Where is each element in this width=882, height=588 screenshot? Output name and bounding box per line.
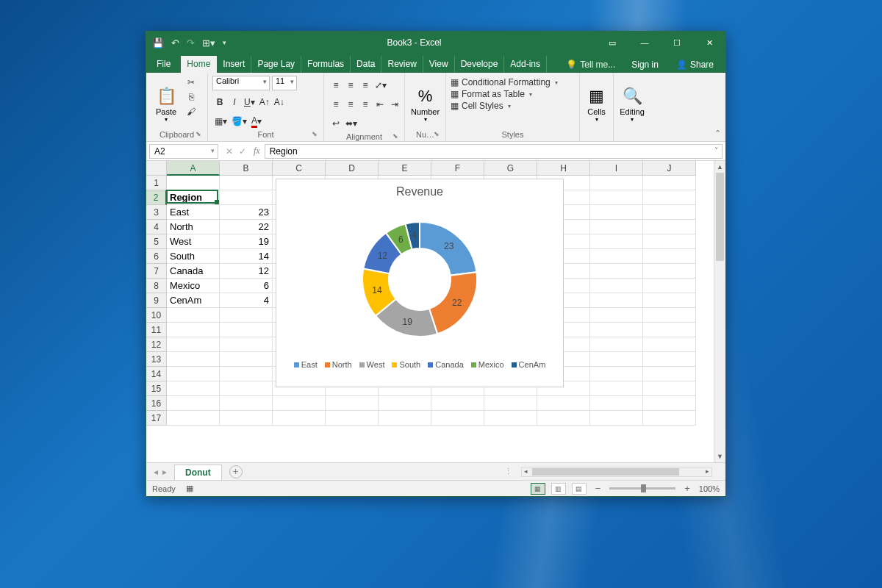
cell-I9[interactable] bbox=[590, 293, 643, 308]
cell-I4[interactable] bbox=[590, 220, 643, 234]
col-header-D[interactable]: D bbox=[326, 161, 379, 176]
cell-J15[interactable] bbox=[643, 381, 696, 396]
formula-input[interactable]: Region bbox=[265, 144, 723, 159]
tab-data[interactable]: Data bbox=[351, 56, 381, 73]
select-all-corner[interactable] bbox=[146, 161, 167, 176]
conditional-formatting-button[interactable]: ▦Conditional Formatting▾ bbox=[451, 77, 558, 87]
orientation-icon[interactable]: ⤢▾ bbox=[373, 78, 389, 93]
scroll-up-icon[interactable]: ▲ bbox=[714, 161, 725, 173]
view-page-break-icon[interactable]: ▤ bbox=[572, 483, 587, 495]
cell-I1[interactable] bbox=[590, 176, 643, 190]
cell-G16[interactable] bbox=[484, 396, 537, 411]
row-header-17[interactable]: 17 bbox=[146, 411, 167, 426]
cell-B3[interactable]: 23 bbox=[220, 205, 273, 220]
col-header-A[interactable]: A bbox=[167, 161, 220, 176]
cell-I14[interactable] bbox=[590, 367, 643, 381]
view-page-layout-icon[interactable]: ▥ bbox=[551, 483, 566, 495]
vertical-scrollbar[interactable]: ▲ ▼ bbox=[714, 161, 725, 462]
cell-B4[interactable]: 22 bbox=[220, 220, 273, 234]
redo-icon[interactable]: ↷ bbox=[187, 37, 195, 49]
copy-icon[interactable]: ⎘ bbox=[184, 90, 198, 104]
cell-J12[interactable] bbox=[643, 337, 696, 352]
align-left-icon[interactable]: ≡ bbox=[329, 97, 343, 112]
tab-view[interactable]: View bbox=[423, 56, 455, 73]
enter-formula-icon[interactable]: ✓ bbox=[239, 146, 246, 157]
borders-button[interactable]: ▦▾ bbox=[212, 114, 229, 129]
cell-A12[interactable] bbox=[167, 337, 220, 352]
cell-I10[interactable] bbox=[590, 308, 643, 323]
fx-icon[interactable]: fx bbox=[254, 146, 260, 157]
cell-A15[interactable] bbox=[167, 381, 220, 396]
cell-E16[interactable] bbox=[379, 396, 431, 411]
cell-A4[interactable]: North bbox=[167, 220, 220, 234]
row-header-7[interactable]: 7 bbox=[146, 264, 167, 279]
cell-I17[interactable] bbox=[590, 411, 643, 426]
alignment-dialog-icon[interactable]: ⬊ bbox=[392, 132, 398, 140]
col-header-H[interactable]: H bbox=[537, 161, 590, 176]
merge-center-icon[interactable]: ⬌▾ bbox=[343, 116, 359, 131]
row-header-4[interactable]: 4 bbox=[146, 220, 167, 234]
tab-review[interactable]: Review bbox=[381, 56, 423, 73]
ribbon-display-icon[interactable]: ▭ bbox=[596, 32, 628, 54]
cell-B8[interactable]: 6 bbox=[220, 279, 273, 293]
tab-scroll-resizer-icon[interactable]: ⋮ bbox=[504, 467, 512, 476]
row-header-15[interactable]: 15 bbox=[146, 381, 167, 396]
cell-I3[interactable] bbox=[590, 205, 643, 220]
row-header-10[interactable]: 10 bbox=[146, 308, 167, 323]
cell-G17[interactable] bbox=[484, 411, 537, 426]
tab-pagelay[interactable]: Page Lay bbox=[251, 56, 301, 73]
row-header-12[interactable]: 12 bbox=[146, 337, 167, 352]
horizontal-scrollbar[interactable]: ◂ ▸ bbox=[521, 467, 712, 477]
row-header-1[interactable]: 1 bbox=[146, 176, 167, 190]
cell-B9[interactable]: 4 bbox=[220, 293, 273, 308]
cell-A9[interactable]: CenAm bbox=[167, 293, 220, 308]
cell-B17[interactable] bbox=[220, 411, 273, 426]
number-format-button[interactable]: %Number▾ bbox=[410, 76, 441, 124]
cell-B2[interactable] bbox=[220, 190, 273, 205]
cell-I15[interactable] bbox=[590, 381, 643, 396]
hscroll-thumb[interactable] bbox=[532, 468, 679, 476]
macro-record-icon[interactable]: ▦ bbox=[186, 484, 193, 493]
cell-J11[interactable] bbox=[643, 323, 696, 337]
align-top-icon[interactable]: ≡ bbox=[329, 78, 343, 93]
cell-J4[interactable] bbox=[643, 220, 696, 234]
cell-B12[interactable] bbox=[220, 337, 273, 352]
cell-I8[interactable] bbox=[590, 279, 643, 293]
cut-icon[interactable]: ✂ bbox=[184, 76, 198, 89]
tab-home[interactable]: Home bbox=[181, 56, 217, 73]
cell-B16[interactable] bbox=[220, 396, 273, 411]
italic-button[interactable]: I bbox=[227, 95, 242, 110]
cell-J5[interactable] bbox=[643, 234, 696, 249]
cell-J8[interactable] bbox=[643, 279, 696, 293]
cells-button[interactable]: ▦Cells▾ bbox=[584, 76, 609, 124]
format-painter-icon[interactable]: 🖌 bbox=[184, 105, 198, 118]
decrease-font-icon[interactable]: A↓ bbox=[272, 95, 287, 110]
cell-J1[interactable] bbox=[643, 176, 696, 190]
row-header-8[interactable]: 8 bbox=[146, 279, 167, 293]
cell-B15[interactable] bbox=[220, 381, 273, 396]
minimize-icon[interactable]: ― bbox=[628, 32, 661, 54]
col-header-C[interactable]: C bbox=[273, 161, 326, 176]
qat-customize-icon[interactable]: ▾ bbox=[223, 39, 226, 46]
maximize-icon[interactable]: ☐ bbox=[661, 32, 693, 54]
tab-develope[interactable]: Develope bbox=[455, 56, 505, 73]
indent-increase-icon[interactable]: ⇥ bbox=[387, 97, 402, 112]
cell-A16[interactable] bbox=[167, 396, 220, 411]
cell-I12[interactable] bbox=[590, 337, 643, 352]
sheet-nav-next-icon[interactable]: ▸ bbox=[162, 467, 167, 477]
signin-link[interactable]: Sign in bbox=[624, 60, 666, 70]
cell-B10[interactable] bbox=[220, 308, 273, 323]
scroll-left-icon[interactable]: ◂ bbox=[524, 467, 528, 475]
cell-A3[interactable]: East bbox=[167, 205, 220, 220]
cell-F17[interactable] bbox=[431, 411, 484, 426]
cell-H16[interactable] bbox=[537, 396, 590, 411]
font-color-button[interactable]: A▾ bbox=[249, 114, 264, 129]
view-normal-icon[interactable]: ▦ bbox=[531, 483, 545, 495]
col-header-F[interactable]: F bbox=[431, 161, 484, 176]
col-header-I[interactable]: I bbox=[590, 161, 643, 176]
col-header-B[interactable]: B bbox=[220, 161, 273, 176]
cell-B7[interactable]: 12 bbox=[220, 264, 273, 279]
row-header-9[interactable]: 9 bbox=[146, 293, 167, 308]
tab-add-ins[interactable]: Add-ins bbox=[504, 56, 547, 73]
row-header-6[interactable]: 6 bbox=[146, 249, 167, 264]
